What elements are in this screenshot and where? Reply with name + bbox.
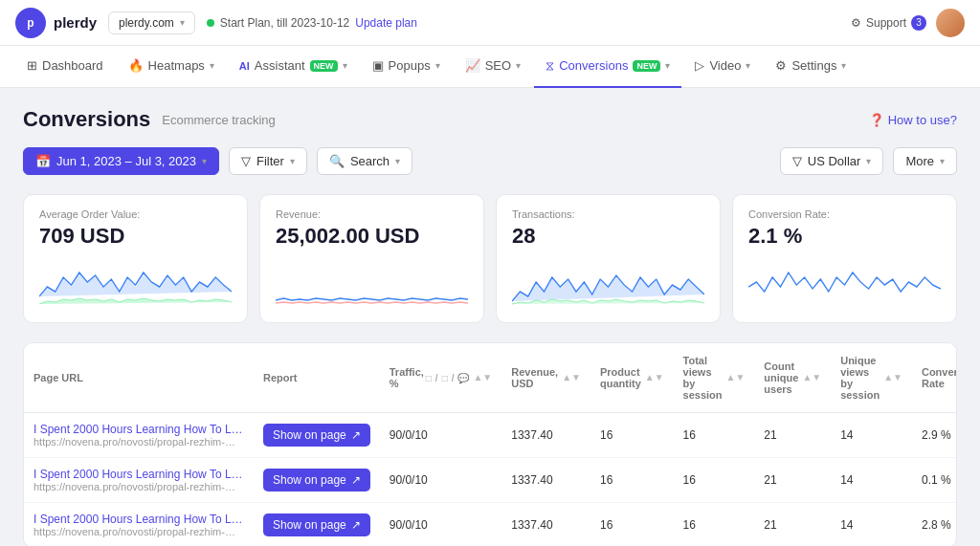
gear-icon: ⚙	[851, 16, 861, 30]
nav-item-assistant[interactable]: AI Assistant NEW ▾	[228, 46, 359, 88]
show-on-page-button-1[interactable]: Show on page ↗	[263, 469, 370, 491]
support-button[interactable]: ⚙ Support 3	[851, 15, 926, 31]
th-label-page-url: Page URL	[33, 372, 83, 383]
th-page-url: Page URL	[24, 343, 254, 413]
stat-cards: Average Order Value: 709 USD Revenue: 25…	[23, 194, 957, 323]
search-button[interactable]: 🔍 Search ▾	[317, 147, 412, 175]
th-traffic[interactable]: Traffic, % □/□/💬 ▲▼	[380, 343, 502, 413]
nav-item-popups[interactable]: ▣ Popups ▾	[361, 46, 452, 88]
th-label-conversion-rate: Conversion Rate	[922, 366, 957, 389]
stat-card-conversion-rate: Conversion Rate: 2.1 %	[732, 194, 957, 323]
conversions-badge: NEW	[633, 60, 660, 72]
domain-selector[interactable]: plerdy.com ▾	[108, 11, 195, 34]
th-conversion-rate[interactable]: Conversion Rate ▲▼	[912, 343, 957, 413]
unique-users-sort-icon: ▲▼	[802, 373, 821, 382]
th-unique-views[interactable]: Unique views by session ▲▼	[831, 343, 912, 413]
search-chevron-icon: ▾	[395, 156, 400, 166]
show-on-page-button-0[interactable]: Show on page ↗	[263, 424, 370, 447]
nav-label-dashboard: Dashboard	[42, 58, 103, 73]
cell-revenue-2: 1337.40	[501, 503, 590, 547]
filter-chevron-icon: ▾	[290, 156, 295, 166]
currency-chevron-icon: ▾	[866, 156, 871, 166]
logo-area: p plerdy	[15, 8, 97, 38]
nav-item-settings[interactable]: ⚙ Settings ▾	[764, 46, 858, 88]
cell-product-qty-0: 16	[590, 413, 674, 458]
cell-revenue-1: 1337.40	[501, 458, 590, 503]
nav-label-heatmaps: Heatmaps	[148, 58, 205, 73]
th-label-revenue: Revenue, USD	[511, 366, 558, 389]
product-qty-sort-icon: ▲▼	[645, 373, 664, 382]
cell-unique-views-0: 14	[831, 413, 912, 458]
th-unique-users[interactable]: Count unique users ▲▼	[754, 343, 831, 413]
nav-item-video[interactable]: ▷ Video ▾	[683, 46, 762, 88]
support-badge: 3	[911, 15, 926, 31]
th-total-views[interactable]: Total views by session ▲▼	[674, 343, 755, 413]
data-table: Page URL Report Traffic, % □/□/💬 ▲▼	[24, 343, 957, 546]
cell-total-views-0: 16	[674, 413, 755, 458]
user-avatar[interactable]	[936, 9, 965, 37]
seo-icon: 📈	[465, 58, 480, 73]
logo-text: plerdy	[54, 14, 97, 31]
cell-unique-views-2: 14	[831, 503, 912, 547]
cell-report-1: Show on page ↗	[254, 458, 380, 503]
cell-url-2: I Spent 2000 Hours Learning How To Learn…	[24, 503, 254, 547]
more-button[interactable]: More ▾	[893, 147, 957, 175]
th-label-total-views: Total views by session	[683, 355, 723, 401]
main-navigation: ⊞ Dashboard 🔥 Heatmaps ▾ AI Assistant NE…	[0, 46, 980, 88]
assistant-badge: NEW	[310, 60, 338, 72]
search-label: Search	[350, 154, 390, 168]
nav-item-seo[interactable]: 📈 SEO ▾	[454, 46, 532, 88]
chart-transactions	[512, 258, 704, 306]
plan-status-dot	[207, 19, 214, 27]
nav-label-video: Video	[709, 58, 741, 73]
currency-button[interactable]: ▽ US Dollar ▾	[780, 147, 884, 175]
assistant-chevron-icon: ▾	[343, 60, 347, 71]
page-title: Conversions	[23, 107, 150, 132]
show-on-page-button-2[interactable]: Show on page ↗	[263, 513, 370, 536]
th-report: Report	[254, 343, 380, 413]
nav-item-dashboard[interactable]: ⊞ Dashboard	[15, 46, 115, 88]
more-chevron-icon: ▾	[940, 156, 945, 166]
nav-label-settings: Settings	[791, 58, 836, 73]
stat-card-transactions: Transactions: 28	[496, 194, 721, 323]
settings-chevron-icon: ▾	[841, 60, 846, 71]
filter-label: Filter	[256, 154, 284, 168]
show-on-page-label-1: Show on page	[273, 473, 346, 487]
top-navigation: p plerdy plerdy.com ▾ Start Plan, till 2…	[0, 0, 980, 46]
unique-views-sort-icon: ▲▼	[883, 373, 902, 382]
date-range-button[interactable]: 📅 Jun 1, 2023 – Jul 3, 2023 ▾	[23, 147, 219, 175]
seo-chevron-icon: ▾	[516, 60, 521, 71]
th-revenue[interactable]: Revenue, USD ▲▼	[501, 343, 590, 413]
plan-info: Start Plan, till 2023-10-12 Update plan	[207, 16, 417, 30]
table-row: I Spent 2000 Hours Learning How To Learn…	[24, 413, 957, 458]
currency-icon: ▽	[792, 154, 802, 168]
how-to-label: How to use?	[888, 113, 957, 127]
date-chevron-icon: ▾	[202, 156, 207, 166]
cell-unique-users-1: 21	[754, 458, 831, 503]
domain-chevron-icon: ▾	[180, 17, 185, 28]
cell-url-0: I Spent 2000 Hours Learning How To Learn…	[24, 413, 254, 458]
cell-product-qty-1: 16	[590, 458, 674, 503]
cell-revenue-0: 1337.40	[501, 413, 590, 458]
nav-item-heatmaps[interactable]: 🔥 Heatmaps ▾	[117, 46, 226, 88]
stat-value-aov: 709 USD	[39, 224, 232, 249]
assistant-icon: AI	[239, 60, 250, 72]
url-link-2[interactable]: I Spent 2000 Hours Learning How To Learn…	[33, 513, 244, 526]
nav-item-conversions[interactable]: ⧖ Conversions NEW ▾	[534, 46, 681, 88]
logo-icon: p	[15, 8, 46, 38]
url-link-0[interactable]: I Spent 2000 Hours Learning How To Learn…	[33, 423, 244, 436]
stat-card-aov: Average Order Value: 709 USD	[23, 194, 248, 323]
filter-button[interactable]: ▽ Filter ▾	[229, 147, 307, 175]
nav-label-seo: SEO	[485, 58, 511, 73]
cell-traffic-0: 90/0/10	[380, 413, 502, 458]
url-link-1[interactable]: I Spent 2000 Hours Learning How To Learn…	[33, 468, 244, 481]
th-label-report: Report	[263, 372, 297, 383]
cell-traffic-2: 90/0/10	[380, 503, 502, 547]
more-label: More	[905, 154, 934, 168]
how-to-use-link[interactable]: ❓ How to use?	[869, 113, 957, 127]
calendar-icon: 📅	[35, 154, 51, 168]
th-product-qty[interactable]: Product quantity ▲▼	[590, 343, 674, 413]
data-table-container: Page URL Report Traffic, % □/□/💬 ▲▼	[23, 342, 957, 546]
cell-traffic-1: 90/0/10	[380, 458, 502, 503]
update-plan-link[interactable]: Update plan	[355, 16, 417, 30]
